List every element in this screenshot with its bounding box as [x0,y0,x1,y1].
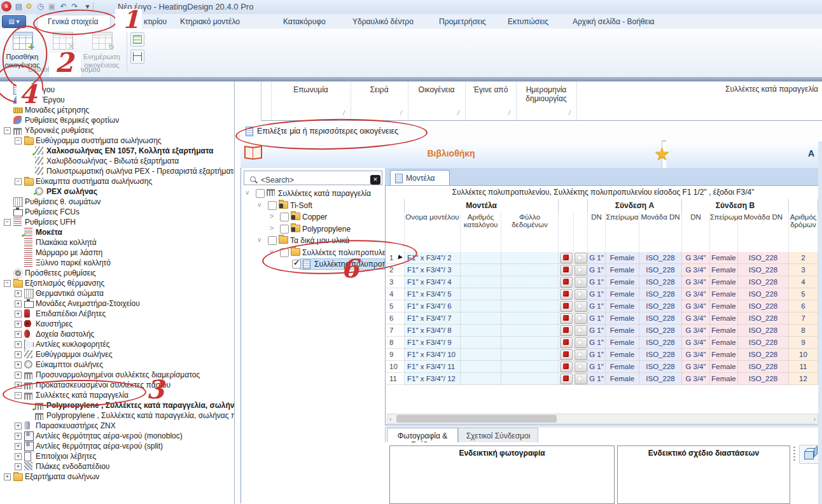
table-cell[interactable] [559,349,574,361]
library-tree-item[interactable]: ∨Συλλέκτες κατά παραγγελία [241,188,385,199]
table-cell[interactable] [559,325,574,337]
collapse-icon[interactable]: − [15,392,22,399]
tree-item[interactable]: +Παρασκευαστήρες ΖΝΧ [0,421,234,431]
pdf-datasheet-button[interactable] [560,374,573,384]
chevron-down-icon[interactable]: ∨ [269,248,274,255]
clock-icon[interactable]: ◷ [36,2,45,11]
tab-favorites[interactable] [666,141,821,169]
tree-item[interactable]: −Υδρονικές ρυθμίσεις [0,125,234,136]
expand-icon[interactable]: + [15,361,22,368]
tree-item[interactable]: +Επιτοίχιοι λέβητες [0,451,234,461]
expand-icon[interactable]: + [15,311,22,318]
checkbox[interactable] [280,225,289,234]
drag-handle[interactable] [793,447,795,462]
sort-icon[interactable]: / [400,109,402,116]
table-cell[interactable] [559,300,574,312]
open-model-button[interactable] [575,313,587,324]
save-icon[interactable]: ▣ [47,2,57,11]
app-logo-icon[interactable]: S [1,1,11,11]
library-tree-item[interactable]: Συλλέκτης πολυπροπυλενίου [241,258,385,270]
tree-item[interactable]: PEX σωλήνας [0,186,234,197]
table-cell[interactable] [559,264,574,276]
expand-icon[interactable]: + [15,331,22,338]
tab-related-links[interactable]: Σχετικοί Σύνδεσμοι [458,428,538,443]
tree-item[interactable]: +Αντλίες θερμότητας αέρα-νερού (split) [0,441,234,451]
tree-item[interactable]: Polypropylene , Συλλέκτες κατά παραγγελί… [0,400,234,410]
tree-item[interactable]: +Πλάκες ενδοδαπέδιου [0,461,234,472]
tree-item[interactable]: +Εξαρτήματα σωλήνων [0,472,234,482]
table-cell[interactable] [559,361,574,373]
table-cell[interactable] [574,337,588,349]
table-cell[interactable] [559,337,574,349]
redo-icon[interactable]: ↷ [70,2,80,11]
search-input[interactable]: <Search> ✕ [244,171,382,185]
tree-item[interactable]: +Επιδαπέδιοι Λέβητες [0,309,234,319]
column-header-4[interactable]: Έγινε από [465,85,516,94]
tree-item[interactable]: +Ευθύγραμμοι σωλήνες [0,349,234,360]
expand-icon[interactable]: + [15,443,22,450]
open-model-button[interactable] [575,337,587,348]
tree-item[interactable]: Ρυθμίσεις θερμικές φορτίων [0,115,234,125]
tree-item[interactable]: νικοί Έργου [0,95,234,105]
tree-item[interactable]: Πρόσθετες ρυθμίσεις [0,268,234,278]
tab-photos-drawings[interactable]: Φωτογραφία & Σχέδια [387,428,458,443]
tree-item[interactable]: +Μονάδες Ανεμιστήρα-Στοιχείου [0,298,234,309]
tree-item[interactable]: −Εύκαμπτα συστήματα σωλήνωσης [0,176,234,186]
sort-icon[interactable]: / [508,109,510,116]
tree-item[interactable]: Ρυθμίσεις FCUs [0,207,234,217]
column-header-3[interactable]: Οικογένεια [408,85,465,94]
tree-item[interactable]: Χαλυβδοσωλήνας - Βιδωτά εξαρτήματα [0,156,234,166]
table-cell[interactable] [574,325,588,337]
tree-item[interactable]: +Δοχεία διαστολής [0,329,234,339]
expand-icon[interactable]: + [15,321,22,328]
checkbox[interactable] [280,248,289,257]
tree-item[interactable]: +Καυστήρες [0,319,234,329]
open-model-button[interactable] [575,277,587,288]
qat-dropdown-icon[interactable]: ▾ [83,2,92,11]
column-header-2[interactable]: Σειρά [351,85,408,94]
column-header-1[interactable]: Επωνυμία [271,85,351,94]
open-model-button[interactable] [575,374,587,384]
open-model-button[interactable] [575,361,587,372]
pdf-datasheet-button[interactable] [560,265,573,276]
horizontal-scrollbar[interactable]: ‹ › [387,414,818,424]
tree-item[interactable]: −Ευθύγραμμα συστήματα σωλήνωσης [0,136,234,146]
tree-item[interactable]: −Ρυθμίσεις UFH [0,217,234,227]
checkbox[interactable] [280,213,289,221]
pdf-datasheet-button[interactable] [560,325,573,336]
column-header-5[interactable]: Ημερομηνία δημιουργίας [516,85,576,103]
scroll-right-icon[interactable]: › [814,415,816,423]
expand-icon[interactable]: + [15,341,22,348]
tree-item[interactable]: +Προκατασκευασμένοι συλλέκτες πασίου [0,380,234,390]
export-table-button[interactable] [130,32,144,46]
expand-icon[interactable]: + [15,382,22,389]
view-3d-button[interactable] [799,445,821,464]
tree-item[interactable]: Μάρμαρο με λάσπη [0,248,234,258]
collapse-icon[interactable]: − [15,137,22,144]
tree-item[interactable]: +Αντλίες θερμότητας αέρα-νερού (monobloc… [0,431,234,441]
pdf-datasheet-button[interactable] [560,301,573,312]
tree-item[interactable]: +Προσυναρμολογημένοι συλλέκτες διαμερίσμ… [0,370,234,380]
open-model-button[interactable] [575,325,587,336]
ribbon-tab-5[interactable]: Υδραυλικό δέντρο [352,17,414,26]
chevron-down-icon[interactable]: ∨ [245,189,249,196]
table-cell[interactable] [559,288,574,300]
scroll-left-icon[interactable]: ‹ [389,415,391,423]
undo-icon[interactable]: ↶ [59,2,68,11]
tab-models[interactable]: Μοντέλα [390,170,450,186]
chevron-right-icon[interactable]: > [269,213,274,220]
expand-icon[interactable]: + [15,372,22,379]
library-tree-item[interactable]: ∨Τα δικά μου υλικά [241,235,385,246]
library-tree-item[interactable]: ∨Συλλέκτες πολυπροπυλενίου [241,247,385,258]
table-cell[interactable] [574,300,588,312]
table-cell[interactable] [559,373,574,385]
expand-icon[interactable]: + [15,351,22,358]
tree-item[interactable]: +Θερμαντικά σώματα [0,288,234,298]
ribbon-tab-7[interactable]: Εκτυπώσεις [508,17,548,26]
tree-item[interactable]: −Εξοπλισμός θέρμανσης [0,278,234,288]
ribbon-tab-2[interactable]: ία κτιρίου [136,17,167,26]
wrench-icon[interactable]: ⚙ [24,2,34,11]
checkbox[interactable] [268,236,277,245]
clear-search-icon[interactable]: ✕ [370,175,380,185]
table-cell[interactable] [574,349,588,361]
